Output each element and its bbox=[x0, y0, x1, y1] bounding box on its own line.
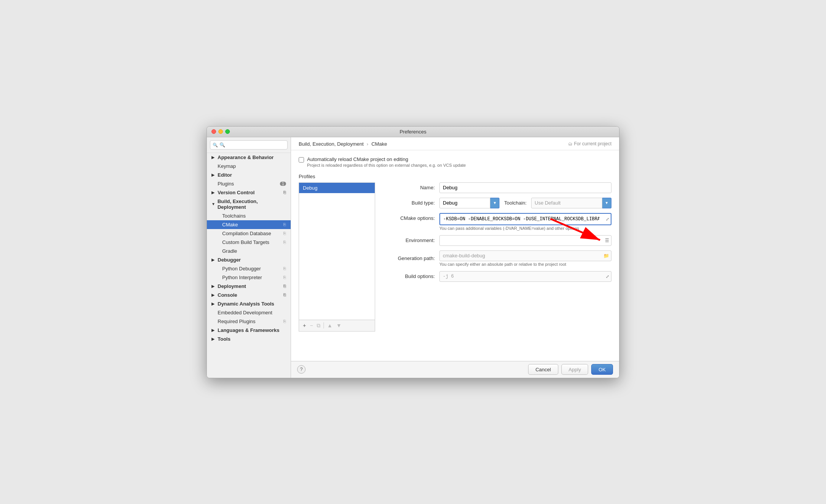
cmake-options-field-wrapper: ⤢ You can pass additional variables (-DV… bbox=[439, 213, 611, 231]
build-options-input[interactable] bbox=[439, 271, 611, 282]
cancel-button[interactable]: Cancel bbox=[528, 364, 558, 375]
bottom-bar: ? Cancel Apply OK bbox=[291, 361, 619, 378]
arrow-icon: ▶ bbox=[211, 337, 216, 341]
sidebar-item-required-plugins[interactable]: Required Plugins ⎘ bbox=[207, 317, 291, 326]
plugins-badge: 1 bbox=[280, 182, 286, 186]
environment-input[interactable] bbox=[439, 235, 611, 246]
sidebar-item-custom-build[interactable]: Custom Build Targets ⎘ bbox=[207, 238, 291, 247]
copy-profile-button[interactable]: ⧉ bbox=[315, 322, 322, 330]
build-type-arrow[interactable]: ▼ bbox=[490, 198, 499, 208]
sidebar-item-cmake[interactable]: CMake ⎘ bbox=[207, 220, 291, 229]
add-profile-button[interactable]: + bbox=[301, 322, 307, 329]
arrow-icon: ▼ bbox=[211, 202, 216, 206]
sidebar-item-label: Embedded Development bbox=[218, 310, 272, 315]
toolchain-arrow[interactable]: ▼ bbox=[602, 198, 611, 208]
cmake-options-input[interactable] bbox=[439, 213, 611, 225]
build-options-row: Build options: ⤢ bbox=[381, 271, 611, 282]
toolbar-separator bbox=[324, 322, 324, 328]
profiles-label: Profiles bbox=[299, 174, 611, 179]
search-input[interactable] bbox=[210, 140, 288, 150]
main-panel: Build, Execution, Deployment › CMake 🗂 F… bbox=[291, 137, 619, 378]
sidebar-item-python-debugger[interactable]: Python Debugger ⎘ bbox=[207, 264, 291, 273]
sidebar-item-label: Python Interpreter bbox=[222, 275, 262, 280]
name-label: Name: bbox=[381, 185, 435, 190]
ext-icon: ⎘ bbox=[283, 240, 286, 244]
build-options-label: Build options: bbox=[381, 273, 435, 279]
sidebar-item-label: Version Control bbox=[218, 190, 255, 195]
help-button[interactable]: ? bbox=[297, 365, 306, 374]
window-title: Preferences bbox=[400, 129, 426, 135]
build-options-expand-icon[interactable]: ⤢ bbox=[606, 274, 609, 279]
profile-form: Name: Build type: Debug bbox=[381, 182, 611, 332]
sidebar-item-deployment[interactable]: ▶ Deployment ⎘ bbox=[207, 282, 291, 291]
ext-icon: ⎘ bbox=[283, 293, 286, 297]
sidebar-item-label: Appearance & Behavior bbox=[218, 154, 274, 160]
sidebar-item-label: Gradle bbox=[222, 248, 237, 254]
cmake-options-hint: You can pass additional variables (-DVAR… bbox=[439, 226, 611, 231]
name-input[interactable] bbox=[439, 182, 611, 193]
sidebar-item-languages-frameworks[interactable]: ▶ Languages & Frameworks bbox=[207, 326, 291, 335]
sidebar-item-python-interpreter[interactable]: Python Interpreter ⎘ bbox=[207, 273, 291, 282]
sidebar-item-dynamic-analysis[interactable]: ▶ Dynamic Analysis Tools bbox=[207, 299, 291, 308]
sidebar-item-editor[interactable]: ▶ Editor bbox=[207, 171, 291, 179]
gen-path-input[interactable] bbox=[439, 250, 611, 261]
ok-button[interactable]: OK bbox=[591, 364, 613, 375]
arrow-icon: ▶ bbox=[211, 328, 216, 332]
sidebar-item-label: Keymap bbox=[218, 163, 236, 169]
profile-item-debug[interactable]: Debug bbox=[299, 183, 375, 193]
minimize-button[interactable] bbox=[218, 129, 223, 134]
gen-path-browse-icon[interactable]: 📁 bbox=[603, 253, 609, 259]
build-type-dropdown[interactable]: Debug bbox=[439, 198, 490, 208]
gen-path-wrapper: 📁 You can specify either an absolute pat… bbox=[439, 250, 611, 267]
maximize-button[interactable] bbox=[225, 129, 230, 134]
environment-edit-icon[interactable]: ☰ bbox=[605, 238, 609, 243]
window-content: 🔍 ▶ Appearance & Behavior Keymap ▶ Edito… bbox=[207, 137, 619, 378]
sidebar-item-label: Deployment bbox=[218, 283, 246, 289]
move-down-button[interactable]: ▼ bbox=[335, 322, 343, 329]
gen-path-row: Generation path: 📁 You can specify eithe… bbox=[381, 250, 611, 267]
sidebar-item-gradle[interactable]: Gradle bbox=[207, 247, 291, 255]
sidebar-item-embedded-dev[interactable]: Embedded Development bbox=[207, 308, 291, 317]
sidebar-item-build-execution[interactable]: ▼ Build, Execution, Deployment bbox=[207, 197, 291, 211]
sidebar-item-label: Toolchains bbox=[222, 213, 246, 219]
sidebar-item-debugger[interactable]: ▶ Debugger bbox=[207, 255, 291, 264]
cmake-expand-icon[interactable]: ⤢ bbox=[606, 216, 609, 221]
sidebar-item-version-control[interactable]: ▶ Version Control ⎘ bbox=[207, 188, 291, 197]
sidebar-item-appearance[interactable]: ▶ Appearance & Behavior bbox=[207, 153, 291, 162]
auto-reload-row: Automatically reload CMake project on ed… bbox=[299, 156, 611, 167]
sidebar-item-plugins[interactable]: Plugins 1 bbox=[207, 179, 291, 188]
checkbox-sub-label: Project is reloaded regardless of this o… bbox=[307, 163, 466, 167]
preferences-window: Preferences 🔍 ▶ Appearance & Behavior Ke… bbox=[206, 126, 620, 378]
sidebar-item-tools[interactable]: ▶ Tools bbox=[207, 335, 291, 343]
sidebar-item-compilation-db[interactable]: Compilation Database ⎘ bbox=[207, 229, 291, 238]
sidebar-item-label: Console bbox=[218, 292, 237, 298]
sidebar-item-label: Dynamic Analysis Tools bbox=[218, 301, 274, 307]
sidebar-item-toolchains[interactable]: Toolchains bbox=[207, 211, 291, 220]
gen-path-field: 📁 bbox=[439, 250, 611, 261]
move-up-button[interactable]: ▲ bbox=[325, 322, 334, 329]
build-options-field: ⤢ bbox=[439, 271, 611, 282]
remove-profile-button[interactable]: − bbox=[308, 322, 314, 329]
profile-item-label: Debug bbox=[303, 185, 317, 191]
cmake-options-label: CMake options: bbox=[381, 215, 435, 221]
auto-reload-checkbox[interactable] bbox=[299, 157, 304, 163]
apply-button[interactable]: Apply bbox=[561, 364, 589, 375]
profile-toolbar: + − ⧉ ▲ ▼ bbox=[299, 320, 375, 332]
gen-path-hint: You can specify either an absolute path … bbox=[439, 262, 611, 267]
checkbox-labels: Automatically reload CMake project on ed… bbox=[307, 156, 466, 167]
cmake-options-row: CMake options: ⤢ You can pass additional… bbox=[381, 213, 611, 231]
arrow-icon: ▶ bbox=[211, 190, 216, 195]
sidebar-item-label: Build, Execution, Deployment bbox=[218, 198, 286, 210]
ext-icon: ⎘ bbox=[283, 190, 286, 195]
sidebar-item-label: Editor bbox=[218, 172, 232, 178]
cmake-options-label-area: CMake options: bbox=[381, 213, 435, 221]
ext-icon: ⎘ bbox=[283, 284, 286, 288]
sidebar-item-console[interactable]: ▶ Console ⎘ bbox=[207, 291, 291, 299]
breadcrumb-bar: Build, Execution, Deployment › CMake 🗂 F… bbox=[291, 137, 619, 150]
sidebar-item-label: CMake bbox=[222, 222, 238, 228]
sidebar-item-label: Languages & Frameworks bbox=[218, 327, 280, 333]
close-button[interactable] bbox=[211, 129, 216, 134]
toolchain-input[interactable] bbox=[531, 198, 602, 208]
sidebar-item-keymap[interactable]: Keymap bbox=[207, 162, 291, 171]
name-row: Name: bbox=[381, 182, 611, 193]
